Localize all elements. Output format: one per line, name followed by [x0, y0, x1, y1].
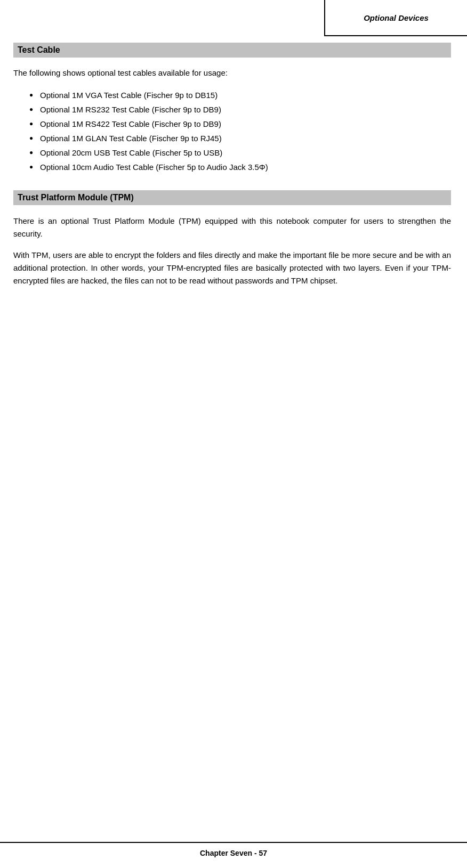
list-item: Optional 1M VGA Test Cable (Fischer 9p t…	[29, 88, 451, 102]
list-item: Optional 1M RS232 Test Cable (Fischer 9p…	[29, 102, 451, 117]
tpm-para2: With TPM, users are able to encrypt the …	[13, 249, 451, 287]
list-item: Optional 20cm USB Test Cable (Fischer 5p…	[29, 145, 451, 160]
test-cable-intro: The following shows optional test cables…	[13, 67, 451, 79]
header-tab-label: Optional Devices	[364, 13, 429, 22]
tpm-heading: Trust Platform Module (TPM)	[13, 190, 451, 205]
tpm-section: Trust Platform Module (TPM) There is an …	[13, 190, 451, 287]
header-tab: Optional Devices	[324, 0, 467, 36]
test-cable-bullet-list: Optional 1M VGA Test Cable (Fischer 9p t…	[29, 88, 451, 174]
tpm-para1: There is an optional Trust Platform Modu…	[13, 215, 451, 240]
test-cable-heading: Test Cable	[13, 43, 451, 58]
footer-text: Chapter Seven - 57	[200, 849, 267, 857]
list-item: Optional 10cm Audio Test Cable (Fischer …	[29, 160, 451, 174]
test-cable-section: Test Cable The following shows optional …	[13, 43, 451, 174]
list-item: Optional 1M RS422 Test Cable (Fischer 9p…	[29, 117, 451, 131]
page-container: Optional Devices Test Cable The followin…	[0, 0, 467, 868]
footer: Chapter Seven - 57	[0, 842, 467, 857]
list-item: Optional 1M GLAN Test Cable (Fischer 9p …	[29, 131, 451, 145]
main-content: Test Cable The following shows optional …	[0, 0, 467, 338]
